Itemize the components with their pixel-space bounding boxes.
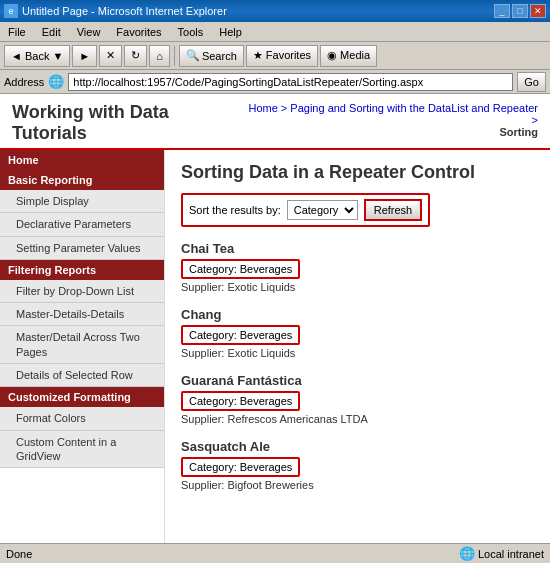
product-block-3: Guaraná Fantástica Category: Beverages S… bbox=[181, 373, 534, 425]
intranet-label: Local intranet bbox=[478, 548, 544, 560]
menu-favorites[interactable]: Favorites bbox=[112, 24, 165, 40]
sidebar-item-master-detail-two-pages[interactable]: Master/Detail Across Two Pages bbox=[0, 326, 164, 364]
media-button[interactable]: ◉ Media bbox=[320, 45, 377, 67]
menu-file[interactable]: File bbox=[4, 24, 30, 40]
product-supplier-3: Supplier: Refrescos Americanas LTDA bbox=[181, 413, 534, 425]
sidebar-item-declarative-parameters[interactable]: Declarative Parameters bbox=[0, 213, 164, 236]
breadcrumb-current: Sorting bbox=[500, 126, 539, 138]
window-title: Untitled Page - Microsoft Internet Explo… bbox=[22, 5, 494, 17]
sort-label: Sort the results by: bbox=[189, 204, 281, 216]
home-button[interactable]: ⌂ bbox=[149, 45, 170, 67]
intranet-icon: 🌐 bbox=[459, 546, 475, 561]
product-supplier-1: Supplier: Exotic Liquids bbox=[181, 281, 534, 293]
sidebar-item-simple-display[interactable]: Simple Display bbox=[0, 190, 164, 213]
browser-icon: e bbox=[4, 4, 18, 18]
sidebar-group-basic-reporting[interactable]: Basic Reporting bbox=[0, 170, 164, 190]
sidebar-item-details-selected-row[interactable]: Details of Selected Row bbox=[0, 364, 164, 387]
site-header: Working with Data Tutorials Home > Pagin… bbox=[0, 94, 550, 150]
product-supplier-2: Supplier: Exotic Liquids bbox=[181, 347, 534, 359]
product-block-4: Sasquatch Ale Category: Beverages Suppli… bbox=[181, 439, 534, 491]
product-name-1: Chai Tea bbox=[181, 241, 534, 256]
toolbar-separator bbox=[174, 46, 175, 66]
main-layout: Home Basic Reporting Simple Display Decl… bbox=[0, 150, 550, 543]
refresh-button[interactable]: Refresh bbox=[364, 199, 423, 221]
menu-edit[interactable]: Edit bbox=[38, 24, 65, 40]
product-category-4: Category: Beverages bbox=[181, 457, 300, 477]
sidebar-item-filter-dropdown[interactable]: Filter by Drop-Down List bbox=[0, 280, 164, 303]
address-input[interactable] bbox=[68, 73, 513, 91]
menu-help[interactable]: Help bbox=[215, 24, 246, 40]
product-name-2: Chang bbox=[181, 307, 534, 322]
globe-icon: 🌐 bbox=[48, 74, 64, 89]
sidebar-group-filtering-reports[interactable]: Filtering Reports bbox=[0, 260, 164, 280]
product-category-3: Category: Beverages bbox=[181, 391, 300, 411]
breadcrumb: Home > Paging and Sorting with the DataL… bbox=[244, 102, 538, 138]
breadcrumb-home[interactable]: Home bbox=[248, 102, 277, 114]
minimize-button[interactable]: _ bbox=[494, 4, 510, 18]
sidebar-item-master-details[interactable]: Master-Details-Details bbox=[0, 303, 164, 326]
product-category-1: Category: Beverages bbox=[181, 259, 300, 279]
close-button[interactable]: ✕ bbox=[530, 4, 546, 18]
menu-tools[interactable]: Tools bbox=[174, 24, 208, 40]
product-name-3: Guaraná Fantástica bbox=[181, 373, 534, 388]
menu-bar: File Edit View Favorites Tools Help bbox=[0, 22, 550, 42]
page-title: Sorting Data in a Repeater Control bbox=[181, 162, 534, 183]
sidebar-item-home[interactable]: Home bbox=[0, 150, 164, 170]
search-button[interactable]: 🔍 Search bbox=[179, 45, 244, 67]
toolbar: ◄ Back ▼ ► ✕ ↻ ⌂ 🔍 Search ★ ★ FavoritesF… bbox=[0, 42, 550, 70]
stop-button[interactable]: ✕ bbox=[99, 45, 122, 67]
refresh-toolbar-button[interactable]: ↻ bbox=[124, 45, 147, 67]
product-supplier-4: Supplier: Bigfoot Breweries bbox=[181, 479, 534, 491]
status-bar: Done 🌐 Local intranet bbox=[0, 543, 550, 563]
address-label: Address bbox=[4, 76, 44, 88]
product-category-2: Category: Beverages bbox=[181, 325, 300, 345]
sidebar-item-setting-parameter-values[interactable]: Setting Parameter Values bbox=[0, 237, 164, 260]
window-controls[interactable]: _ □ ✕ bbox=[494, 4, 546, 18]
sidebar-item-custom-content-gridview[interactable]: Custom Content in a GridView bbox=[0, 431, 164, 469]
back-button[interactable]: ◄ Back ▼ bbox=[4, 45, 70, 67]
forward-button[interactable]: ► bbox=[72, 45, 97, 67]
sidebar-item-format-colors[interactable]: Format Colors bbox=[0, 407, 164, 430]
menu-view[interactable]: View bbox=[73, 24, 105, 40]
page-content: Sorting Data in a Repeater Control Sort … bbox=[165, 150, 550, 543]
content-area: Working with Data Tutorials Home > Pagin… bbox=[0, 94, 550, 543]
sidebar: Home Basic Reporting Simple Display Decl… bbox=[0, 150, 165, 543]
product-block-1: Chai Tea Category: Beverages Supplier: E… bbox=[181, 241, 534, 293]
product-name-4: Sasquatch Ale bbox=[181, 439, 534, 454]
favorites-button[interactable]: ★ ★ FavoritesFavorites bbox=[246, 45, 318, 67]
sort-bar: Sort the results by: Category Name Price… bbox=[181, 193, 430, 227]
product-block-2: Chang Category: Beverages Supplier: Exot… bbox=[181, 307, 534, 359]
maximize-button[interactable]: □ bbox=[512, 4, 528, 18]
status-done: Done bbox=[6, 548, 455, 560]
sort-select[interactable]: Category Name Price bbox=[287, 200, 358, 220]
go-button[interactable]: Go bbox=[517, 72, 546, 92]
breadcrumb-parent[interactable]: Paging and Sorting with the DataList and… bbox=[290, 102, 538, 114]
title-bar: e Untitled Page - Microsoft Internet Exp… bbox=[0, 0, 550, 22]
sidebar-group-customized-formatting[interactable]: Customized Formatting bbox=[0, 387, 164, 407]
status-intranet: 🌐 Local intranet bbox=[459, 546, 544, 561]
site-title: Working with Data Tutorials bbox=[12, 102, 244, 144]
address-bar: Address 🌐 Go bbox=[0, 70, 550, 94]
